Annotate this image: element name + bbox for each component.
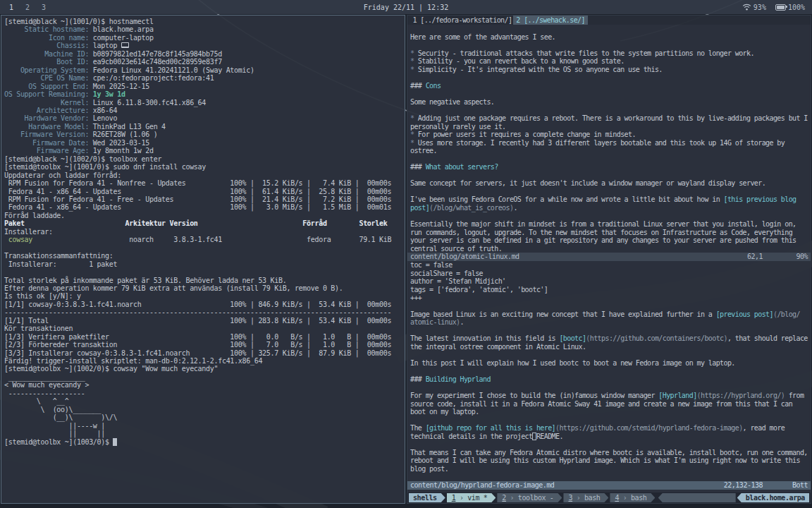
vim-buffer-hyprland-image[interactable]: toc = falsesocialShare = falseauthor = '… (407, 261, 811, 481)
laptop-icon (121, 42, 129, 48)
battery-icon (775, 4, 786, 11)
left-terminal-window[interactable]: [stemid@black ~](1001/0)$ hostnamectl St… (1, 15, 405, 504)
terminal-line: technical details in the project README. (410, 433, 808, 441)
workspace-1[interactable]: 1 (6, 4, 16, 11)
tmux-window-3[interactable]: 3 › bash (563, 493, 608, 502)
left-terminal-output[interactable]: [stemid@black ~](1001/0)$ hostnamectl St… (1, 16, 405, 448)
vim-tabline: 1 [../fedora-workstation/] 2 [../swehack… (407, 16, 811, 25)
terminal-line: ___________________ (4, 373, 402, 381)
terminal-line: personally rarely use it. (410, 123, 808, 131)
wifi-icon (742, 4, 751, 11)
terminal-line: RPM Fusion for Fedora 41 - Free - Update… (4, 195, 402, 203)
terminal-line: The latest innovation in this field is [… (410, 334, 808, 343)
vim-ruler-top: 62,1 (747, 253, 763, 261)
terminal-line: Kernel: Linux 6.11.8-300.fc41.x86_64 (4, 99, 402, 107)
terminal-line: \ ^__^ (4, 397, 402, 405)
workspace-3[interactable]: 3 (39, 4, 49, 11)
terminal-line: [3/3] Installerar cowsay-0:3.8.3-1.fc41.… (4, 349, 402, 357)
terminal-line (410, 367, 808, 375)
tmux-window-2[interactable]: 2 › toolbox - (497, 493, 562, 502)
terminal-line: [stemid@toolbx ~](1003/0)$ (4, 438, 402, 446)
terminal-line: In this post I will explain how I used b… (410, 359, 808, 368)
terminal-line: OS Support Remaining: 1y 3w 1d (4, 90, 402, 98)
terminal-line: Architecture: x86-64 (4, 107, 402, 114)
terminal-line (410, 212, 808, 221)
terminal-line: Efter denna operation kommer 79 KiB extr… (4, 284, 402, 292)
terminal-line: tags = ['fedora', 'atomic', 'bootc'] (410, 286, 808, 294)
terminal-line: ### What about servers? (410, 163, 808, 171)
terminal-line: atomic-linux). (410, 318, 808, 327)
wifi-status: 93% (742, 4, 766, 11)
terminal-line (410, 90, 808, 98)
terminal-line (410, 155, 808, 164)
vim-filename-top: content/blog/atomic-linux.md (410, 253, 747, 261)
terminal-line: [stemid@toolbx ~](1001/0)$ sudo dnf inst… (4, 163, 402, 171)
terminal-line: reboot and I will be using this custom H… (410, 456, 808, 465)
tmux-session-name[interactable]: shells (409, 493, 445, 502)
terminal-line: Operating System: Fedora Linux 41.202411… (4, 66, 402, 74)
terminal-line: Icon name: computer-laptop (4, 34, 402, 42)
terminal-line: post](/blog/what_is_coreos). (410, 204, 808, 212)
terminal-line (410, 106, 808, 114)
terminal-line: * Security - traditional attacks that wr… (410, 49, 808, 58)
vim-buffer-atomic-linux[interactable]: Here are some of the advantages I see. *… (407, 25, 811, 253)
terminal-line: Färdig! trigger-install skriptlet: man-d… (4, 357, 402, 365)
terminal-line: \ (oo)\_______ (4, 406, 402, 413)
terminal-line: Static hostname: black.home.arpa (4, 25, 402, 33)
terminal-line: Firmware Version: R26ET28W (1.06 ) (4, 131, 402, 138)
terminal-line: socialShare = false (410, 270, 808, 278)
tmux-window-4[interactable]: 4 › bash (610, 493, 655, 502)
bar-clock: Friday 22/11 | 12:32 (0, 4, 812, 11)
terminal-line: Uppdaterar och laddar förråd: (4, 171, 402, 179)
terminal-line: cowsay noarch 3.8.3-1.fc41 fedora 79.1 K… (4, 236, 402, 243)
terminal-line: || || (4, 430, 402, 437)
vim-scroll-percent-bottom: Bott (789, 481, 808, 490)
bar-status-area: 93% 100% (742, 4, 812, 11)
terminal-line: RPM Fusion for Fedora 41 - Nonfree - Upd… (4, 179, 402, 187)
workspace-2[interactable]: 2 (23, 4, 32, 11)
battery-status: 100% (775, 4, 805, 11)
terminal-line: central source of truth. (410, 245, 808, 253)
vim-tab-swehack[interactable]: 2 [../swehack.se/] (513, 16, 588, 25)
right-terminal-window[interactable]: 1 [../fedora-workstation/] 2 [../swehack… (407, 15, 811, 504)
terminal-line: The [github repo for all this is here](h… (410, 424, 808, 433)
tmux-status-bar: shells 1 › vim *2 › toolbox -3 › bash4 ›… (407, 492, 811, 503)
terminal-line: Fedora 41 - x86_64 - Updates 100% | 61.4… (4, 188, 402, 195)
terminal-line (410, 351, 808, 359)
terminal-line: [1/1] Total 100% | 283.8 KiB/s | 53.4 Ki… (4, 317, 402, 325)
terminal-line: [2/3] Förbereder transaktion 100% | 7.0 … (4, 341, 402, 349)
terminal-line (4, 268, 402, 276)
terminal-line (410, 384, 808, 392)
terminal-line: ostree. (410, 147, 808, 155)
terminal-line: Hardware Vendor: Lenovo (4, 114, 402, 122)
tmux-window-1[interactable]: 1 › vim * (447, 493, 496, 502)
vim-ruler-bottom: 22,132-138 (724, 481, 763, 490)
terminal-line: (__)\ )\/\ (4, 413, 402, 421)
terminal-line: Essentially the major shift in mindset i… (410, 220, 808, 229)
terminal-line (410, 440, 808, 449)
wifi-percent: 93% (753, 4, 766, 11)
vim-statusline-bottom: content/blog/hyprland-fedora-image.md 22… (407, 481, 811, 490)
terminal-line: For my experiment I chose to build the (… (410, 392, 808, 400)
terminal-line: Kör transaktionen (4, 325, 402, 332)
terminal-line: [stemid@black ~](1001/0)$ hostnamectl (4, 18, 402, 25)
sway-top-bar: 1 2 3 Friday 22/11 | 12:32 93% 100% (0, 0, 812, 14)
terminal-line: * Adding just one package requires a reb… (410, 114, 808, 123)
terminal-line: Chassis: laptop (4, 42, 402, 49)
terminal-line: boot on my laptop. (410, 408, 808, 416)
terminal-line: toc = false (410, 261, 808, 270)
terminal-line: CPE OS Name: cpe:/o:fedoraproject:fedora… (4, 74, 402, 82)
battery-percent: 100% (788, 4, 805, 11)
terminal-line: Installerar: (4, 228, 402, 236)
vim-scroll-percent-top: 90% (789, 253, 808, 261)
terminal-line: Hardware Model: ThinkPad L13 Gen 4 (4, 123, 402, 131)
vim-statusline-top: content/blog/atomic-linux.md 62,1 90% (407, 253, 811, 261)
terminal-line: [1/1] cowsay-0:3.8.3-1.fc41.noarch 100% … (4, 301, 402, 308)
terminal-line: [stemid@black ~](1002/0)$ toolbox enter (4, 155, 402, 163)
terminal-line: ----------------------------------------… (4, 308, 402, 316)
terminal-line (4, 244, 402, 252)
terminal-line: Here are some of the advantages I see. (410, 33, 808, 42)
terminal-line: I've been using Fedora CoreOS for a whil… (410, 195, 808, 204)
terminal-line: ### Building Hyprland (410, 375, 808, 384)
vim-tab-fedora-workstation[interactable]: 1 [../fedora-workstation/] (407, 16, 513, 25)
